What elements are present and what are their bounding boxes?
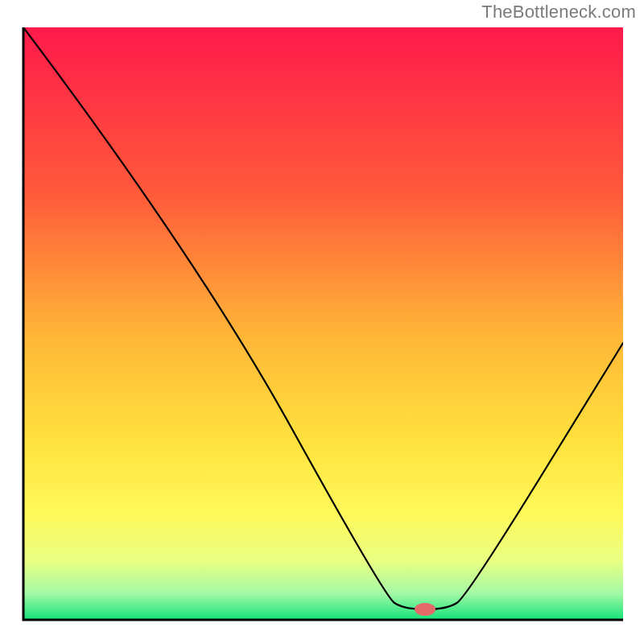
chart-canvas: TheBottleneck.com <box>0 0 644 644</box>
gradient-background <box>23 27 623 620</box>
watermark-text: TheBottleneck.com <box>481 2 636 23</box>
chart-svg <box>0 0 644 644</box>
optimal-marker <box>415 603 436 616</box>
